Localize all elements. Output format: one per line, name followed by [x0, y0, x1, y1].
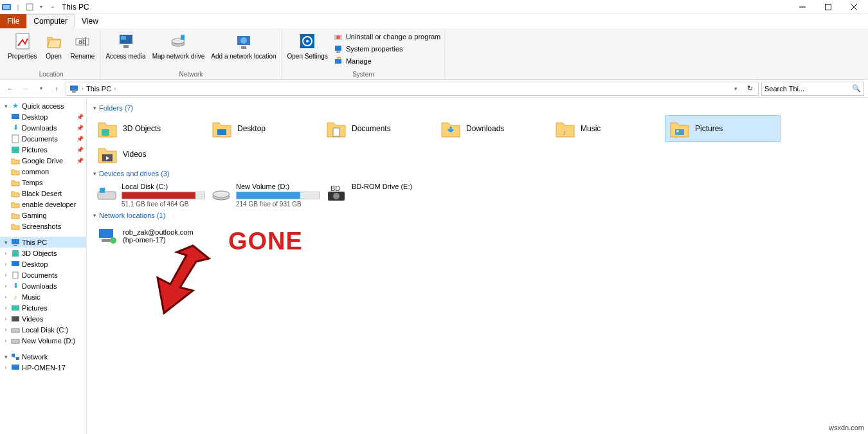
- pc-icon: [69, 84, 79, 94]
- folder-tile-selected[interactable]: Pictures: [665, 116, 780, 141]
- nav-pc-item[interactable]: ›Desktop: [0, 258, 86, 269]
- qat-separator: |: [13, 2, 23, 12]
- music-icon: ♪: [10, 292, 21, 302]
- nav-recent-button[interactable]: ▾: [35, 82, 48, 95]
- svg-rect-20: [241, 46, 246, 49]
- system-props-button[interactable]: System properties: [332, 43, 442, 55]
- qat-dropdown-icon[interactable]: ▾: [36, 2, 46, 12]
- svg-point-60: [333, 193, 339, 199]
- nav-network[interactable]: ▾Network: [0, 351, 86, 362]
- svg-rect-26: [335, 46, 341, 51]
- map-drive-icon: [168, 31, 188, 51]
- svg-point-25: [336, 35, 340, 39]
- folder-icon: [10, 156, 21, 166]
- drive-d[interactable]: New Volume (D:) 214 GB free of 931 GB: [208, 181, 322, 209]
- chevron-down-icon[interactable]: ▾: [730, 86, 741, 92]
- nav-pc-item[interactable]: ›Local Disk (C:): [0, 324, 86, 335]
- nav-qa-item[interactable]: Black Desert: [0, 188, 86, 199]
- maximize-button[interactable]: [815, 0, 841, 14]
- svg-text:BD: BD: [330, 185, 340, 192]
- folder-icon: [10, 188, 21, 199]
- nav-qa-item[interactable]: Screenshots: [0, 221, 86, 231]
- folder-tile[interactable]: Videos: [93, 141, 208, 167]
- manage-button[interactable]: Manage: [332, 55, 442, 67]
- nav-this-pc[interactable]: ▾This PC: [0, 237, 86, 248]
- qat-properties-icon[interactable]: [24, 2, 35, 12]
- bdrom-icon: BD: [325, 183, 348, 206]
- nav-pc-item[interactable]: ›⬇Downloads: [0, 280, 86, 291]
- pin-icon: 📌: [77, 136, 84, 142]
- access-media-button[interactable]: Access media: [103, 30, 148, 62]
- section-network-locations[interactable]: Network locations (1): [93, 212, 862, 219]
- nav-forward-button[interactable]: →: [19, 82, 32, 95]
- folder-tile[interactable]: Desktop: [208, 116, 322, 141]
- nav-qa-item[interactable]: ⬇Downloads📌: [0, 122, 86, 133]
- nav-qa-item[interactable]: Desktop📌: [0, 111, 86, 122]
- rename-button[interactable]: ab Rename: [68, 30, 98, 62]
- folder-tile[interactable]: ♪Music: [551, 116, 665, 141]
- open-settings-button[interactable]: Open Settings: [285, 30, 330, 62]
- svg-rect-28: [335, 59, 341, 64]
- nav-qa-item[interactable]: common: [0, 166, 86, 177]
- tab-file[interactable]: File: [0, 14, 26, 28]
- folder-tile[interactable]: Documents: [322, 116, 437, 141]
- disk-icon: [10, 325, 21, 335]
- star-icon: ★: [10, 101, 21, 111]
- nav-pc-item[interactable]: ›♪Music: [0, 291, 86, 302]
- nav-up-button[interactable]: ↑: [50, 82, 63, 95]
- nav-qa-item[interactable]: enable developer: [0, 199, 86, 210]
- add-network-button[interactable]: Add a network location: [208, 30, 278, 62]
- nav-qa-item[interactable]: Google Drive📌: [0, 155, 86, 166]
- system-props-icon: [333, 44, 343, 54]
- nav-back-button[interactable]: ←: [4, 82, 17, 95]
- drive-e[interactable]: BD BD-ROM Drive (E:): [322, 181, 437, 209]
- folder-tile[interactable]: Downloads: [437, 116, 551, 141]
- disk-usage-bar: [236, 192, 320, 199]
- videos-icon: [96, 143, 119, 166]
- svg-rect-31: [12, 114, 19, 119]
- ribbon-group-location: Properties Open ab Rename Location: [3, 30, 100, 79]
- svg-rect-32: [12, 135, 19, 143]
- downloads-icon: [439, 117, 462, 140]
- nav-pc-item[interactable]: ›Videos: [0, 313, 86, 324]
- nav-qa-item[interactable]: Gaming: [0, 210, 86, 221]
- map-drive-button[interactable]: Map network drive: [150, 30, 208, 62]
- nav-pc-item[interactable]: ›Pictures: [0, 302, 86, 313]
- nav-qa-item[interactable]: Temps: [0, 177, 86, 188]
- address-box[interactable]: ›This PC› ▾ ↻: [66, 82, 759, 96]
- close-button[interactable]: [841, 0, 867, 14]
- folder-icon: [10, 210, 21, 221]
- properties-button[interactable]: Properties: [5, 30, 40, 62]
- refresh-button[interactable]: ↻: [744, 84, 755, 93]
- svg-rect-27: [336, 51, 340, 53]
- nav-quick-access[interactable]: ▾★Quick access: [0, 100, 86, 111]
- nav-pc-item[interactable]: ›Documents: [0, 269, 86, 280]
- tab-computer[interactable]: Computer: [26, 14, 75, 28]
- tab-view[interactable]: View: [75, 14, 105, 28]
- svg-rect-17: [181, 35, 185, 40]
- minimize-button[interactable]: [790, 0, 815, 14]
- drive-c[interactable]: Local Disk (C:) 51.1 GB free of 464 GB: [93, 181, 208, 209]
- open-button[interactable]: Open: [41, 30, 67, 62]
- nav-pc-item[interactable]: ›New Volume (D:): [0, 335, 86, 346]
- pc-icon: [10, 237, 21, 248]
- section-folders[interactable]: Folders (7): [93, 104, 862, 112]
- disk-icon: [96, 183, 118, 206]
- nav-pc-item[interactable]: ›3D Objects: [0, 248, 86, 258]
- svg-marker-65: [158, 246, 209, 313]
- uninstall-button[interactable]: Uninstall or change a program: [332, 31, 442, 42]
- svg-rect-33: [12, 147, 19, 153]
- svg-rect-62: [99, 229, 113, 238]
- open-settings-icon: [297, 31, 318, 51]
- folder-tile[interactable]: 3D Objects: [93, 116, 208, 141]
- nav-qa-item[interactable]: Documents📌: [0, 133, 86, 144]
- open-icon: [44, 31, 64, 51]
- nav-net-item[interactable]: ›HP-OMEN-17: [0, 362, 86, 373]
- search-input[interactable]: Search Thi... 🔍: [761, 82, 864, 96]
- nav-qa-item[interactable]: Pictures📌: [0, 144, 86, 155]
- qat-overflow-icon[interactable]: =: [48, 2, 58, 12]
- annotation-arrow: [148, 239, 212, 316]
- section-drives[interactable]: Devices and drives (3): [93, 170, 862, 177]
- svg-point-52: [676, 130, 679, 132]
- svg-rect-56: [100, 188, 105, 193]
